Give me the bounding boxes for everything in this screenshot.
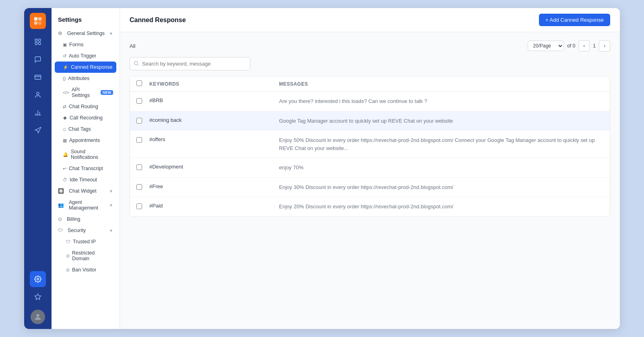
row-checkbox-2[interactable] bbox=[136, 118, 142, 123]
sidebar-item-appointments[interactable]: ▦ Appointments bbox=[52, 135, 120, 146]
forms-icon: ▣ bbox=[63, 42, 67, 47]
user-avatar[interactable] bbox=[31, 310, 45, 324]
message-3: Enjoy 50% Discount in every order https:… bbox=[279, 136, 603, 152]
row-checkbox-1[interactable] bbox=[136, 98, 142, 104]
sidebar-item-canned-response[interactable]: ⚡ Canned Response bbox=[55, 62, 116, 73]
agent-management-icon: 👥 bbox=[58, 202, 64, 208]
prev-page-button[interactable]: ‹ bbox=[578, 40, 590, 51]
current-page: 1 bbox=[593, 43, 596, 49]
nav-grid-icon[interactable] bbox=[30, 34, 46, 50]
table-row: #offers Enjoy 50% Discount in every orde… bbox=[130, 131, 610, 158]
nav-settings-icon[interactable] bbox=[30, 271, 46, 287]
canned-response-icon: ⚡ bbox=[63, 65, 68, 70]
sidebar-item-chat-routing[interactable]: ⇄ Chat Routing bbox=[52, 101, 120, 112]
sidebar-item-attributes[interactable]: {} Attributes bbox=[52, 73, 120, 84]
add-canned-response-button[interactable]: + Add Canned Response bbox=[539, 14, 610, 26]
sidebar-group-agent-management[interactable]: 👥 Agent Management ▼ bbox=[52, 197, 120, 214]
row-checkbox-4[interactable] bbox=[136, 164, 142, 170]
nav-chat-icon[interactable] bbox=[30, 51, 46, 68]
svg-marker-16 bbox=[35, 294, 41, 300]
sidebar-item-sound-notifications[interactable]: 🔔 Sound Notifications bbox=[52, 146, 120, 163]
ban-visitor-icon: ⊙ bbox=[66, 267, 70, 273]
nav-user-icon[interactable] bbox=[30, 87, 46, 103]
sidebar-item-call-recording-label: Call Recording bbox=[70, 115, 103, 121]
general-settings-icon: ⚙ bbox=[58, 31, 62, 36]
svg-rect-2 bbox=[34, 21, 37, 25]
sidebar-security-label: Security bbox=[68, 228, 86, 233]
row-checkbox-3[interactable] bbox=[136, 137, 142, 143]
api-settings-badge: NEW bbox=[101, 90, 113, 95]
search-icon bbox=[134, 61, 139, 67]
nav-chart-icon[interactable] bbox=[30, 105, 46, 121]
sidebar-item-api-settings-label: API Settings bbox=[72, 87, 97, 98]
search-input[interactable] bbox=[130, 57, 250, 70]
main-content: Canned Response + Add Canned Response Al… bbox=[120, 8, 620, 329]
general-settings-chevron: ▼ bbox=[109, 31, 113, 36]
message-5: Enjoy 30% Discount in every order https:… bbox=[279, 183, 603, 191]
sidebar-group-chat-widget[interactable]: 🔲 Chat Widget ▼ bbox=[52, 185, 120, 197]
sidebar-item-call-recording[interactable]: ⏺ Call Recording bbox=[52, 112, 120, 123]
restricted-domain-icon: ⊙ bbox=[66, 253, 70, 259]
sidebar-item-api-settings[interactable]: </> API Settings NEW bbox=[52, 84, 120, 101]
svg-rect-5 bbox=[39, 39, 41, 41]
sidebar-group-security[interactable]: 🛡 Security ▼ bbox=[52, 225, 120, 236]
svg-point-17 bbox=[36, 314, 39, 317]
sidebar-group-general-label: General Settings bbox=[67, 31, 105, 36]
sidebar-item-ban-visitor[interactable]: ⊙ Ban Visitor bbox=[52, 264, 120, 275]
sidebar-item-restricted-domain-label: Restricted Domain bbox=[72, 250, 113, 261]
chat-widget-icon: 🔲 bbox=[58, 188, 64, 194]
search-input-wrap bbox=[130, 57, 250, 70]
nav-star-icon[interactable] bbox=[30, 289, 46, 305]
sidebar: Settings ⚙ General Settings ▼ ▣ Forms ↺ … bbox=[52, 8, 120, 329]
row-checkbox-5[interactable] bbox=[136, 184, 142, 190]
pagination-controls: 20/Page 50/Page 100/Page of 0 ‹ 1 › bbox=[528, 40, 610, 51]
svg-rect-7 bbox=[39, 43, 41, 45]
select-all-checkbox[interactable] bbox=[136, 80, 142, 86]
sidebar-item-idle-timeout[interactable]: ⏱ Idle Timeout bbox=[52, 174, 120, 185]
svg-point-10 bbox=[37, 92, 39, 95]
sidebar-item-chat-routing-label: Chat Routing bbox=[69, 104, 98, 109]
filter-label: All bbox=[130, 43, 135, 49]
row-check-col bbox=[136, 183, 149, 191]
row-check-col bbox=[136, 97, 149, 105]
sidebar-item-auto-trigger[interactable]: ↺ Auto Trigger bbox=[52, 50, 120, 62]
sidebar-group-chat-widget-label: Chat Widget bbox=[69, 188, 97, 194]
svg-rect-0 bbox=[34, 17, 37, 21]
app-container: Settings ⚙ General Settings ▼ ▣ Forms ↺ … bbox=[24, 8, 620, 329]
idle-timeout-icon: ⏱ bbox=[63, 177, 67, 182]
per-page-select[interactable]: 20/Page 50/Page 100/Page bbox=[528, 41, 564, 51]
of-label: of 0 bbox=[567, 43, 575, 49]
sidebar-item-chat-tags[interactable]: ◇ Chat Tags bbox=[52, 123, 120, 135]
header-keywords: Keywords bbox=[149, 81, 279, 87]
trusted-ip-icon: 🛡 bbox=[66, 239, 70, 244]
sidebar-item-restricted-domain[interactable]: ⊙ Restricted Domain bbox=[52, 247, 120, 264]
appointments-icon: ▦ bbox=[63, 138, 67, 143]
sidebar-item-appointments-label: Appointments bbox=[69, 138, 100, 143]
sidebar-item-trusted-ip[interactable]: 🛡 Trusted IP bbox=[52, 236, 120, 247]
nav-ticket-icon[interactable] bbox=[30, 69, 46, 85]
sidebar-item-idle-timeout-label: Idle Timeout bbox=[70, 177, 97, 183]
row-checkbox-6[interactable] bbox=[136, 203, 142, 209]
agent-management-chevron: ▼ bbox=[109, 203, 113, 208]
sidebar-item-forms[interactable]: ▣ Forms bbox=[52, 39, 120, 50]
sidebar-item-canned-response-label: Canned Response bbox=[71, 64, 113, 70]
auto-trigger-icon: ↺ bbox=[63, 53, 66, 59]
nav-megaphone-icon[interactable] bbox=[30, 122, 46, 138]
filter-row: All 20/Page 50/Page 100/Page of 0 ‹ 1 › bbox=[130, 40, 610, 51]
keyword-4: #Development bbox=[149, 164, 279, 170]
sidebar-group-general[interactable]: ⚙ General Settings ▼ bbox=[52, 28, 120, 39]
header-messages: Messages bbox=[279, 81, 603, 87]
keyword-3: #offers bbox=[149, 136, 279, 142]
sidebar-group-agent-label: Agent Management bbox=[69, 199, 109, 211]
attributes-icon: {} bbox=[63, 76, 66, 81]
sidebar-item-chat-transcript-label: Chat Transcript bbox=[69, 166, 103, 171]
sidebar-group-billing[interactable]: ⊙ Billing bbox=[52, 214, 120, 225]
svg-point-18 bbox=[134, 61, 138, 65]
main-header: Canned Response + Add Canned Response bbox=[120, 8, 620, 32]
sidebar-item-chat-transcript[interactable]: ↩ Chat Transcript bbox=[52, 163, 120, 174]
sidebar-item-trusted-ip-label: Trusted IP bbox=[73, 239, 96, 245]
sidebar-item-auto-trigger-label: Auto Trigger bbox=[69, 53, 96, 59]
keyword-5: #Free bbox=[149, 183, 279, 189]
search-row bbox=[130, 57, 610, 70]
next-page-button[interactable]: › bbox=[599, 40, 610, 51]
